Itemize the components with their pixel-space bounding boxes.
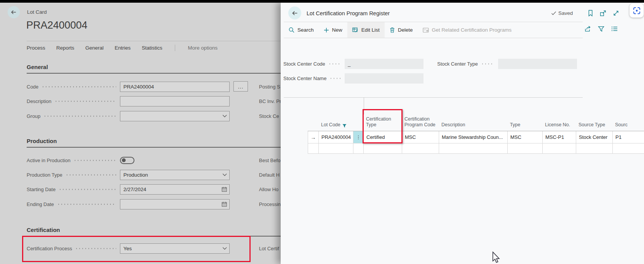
cell-source[interactable] [613,143,644,154]
stock-center-name-input[interactable] [345,73,423,84]
new-button[interactable]: New [319,22,347,38]
page-title: Lot Certification Program Register [307,10,390,16]
search-button[interactable]: Search [284,22,319,38]
tab-reports[interactable]: Reports [56,45,74,51]
cell-license-no[interactable] [543,143,576,154]
description-input[interactable] [120,96,230,106]
arrow-left-icon [10,9,17,16]
screen: Lot Card PRA2400004 Process Reports Gene… [0,0,644,264]
field-row-code: Code PRA2400004 ... [27,81,230,92]
row-marker-cell [308,143,319,154]
delete-button[interactable]: Delete [385,22,418,38]
field-row-production-type: Production Type Production [27,169,230,180]
stock-center-code-input[interactable] [345,59,423,69]
ending-date-input[interactable] [120,199,230,209]
filter-icon[interactable] [598,26,604,32]
trash-icon [390,27,395,33]
posting-status-label: Posting S [259,81,280,92]
cell-certification-program-code[interactable]: MSC [402,131,439,143]
col-header-certification-program-code[interactable]: Certification Program Code [402,114,439,131]
active-in-production-toggle[interactable] [120,157,134,164]
bc-inv-label: BC Inv. Pr [259,96,281,106]
chevron-down-icon [222,114,227,118]
cell-lot-code[interactable]: PRA2400004 [319,131,353,143]
get-related-certification-programs-button[interactable]: Get Related Certification Programs [418,22,516,38]
highlight-box-certification-process [22,236,251,262]
checkmark-icon [551,11,556,16]
cell-certification-program-code[interactable] [402,143,439,154]
col-header-source[interactable]: Sourc [613,114,644,131]
list-icon[interactable] [611,26,618,32]
screen-capture-button[interactable] [630,3,644,18]
toolbar-divider-bottom [284,38,583,38]
production-type-dropdown[interactable]: Production [120,170,230,180]
tab-entries[interactable]: Entries [115,45,131,51]
dotted-leader [66,174,116,175]
expand-icon[interactable] [613,10,619,16]
stock-center-type-row: Stock Center Type [437,59,577,69]
starting-date-input[interactable]: 2/27/2024 [120,184,230,195]
share-icon[interactable] [584,26,591,32]
dotted-leader [59,189,116,190]
default-h-label: Default H [259,169,280,180]
cell-type[interactable] [508,143,543,154]
calendar-icon[interactable] [222,201,227,207]
edit-list-button[interactable]: Edit List [347,22,385,38]
best-before-label: Best Befo [259,155,280,166]
cell-description[interactable] [439,143,508,154]
bookmark-icon[interactable] [588,10,593,16]
calendar-icon[interactable] [222,187,227,192]
tab-process[interactable]: Process [27,45,45,51]
lot-cert-register-panel: Lot Certification Program Register Saved [281,3,644,264]
stock-center-code-row: Stock Center Code [283,59,423,69]
open-in-window-icon[interactable] [600,10,606,16]
cell-menu[interactable] [353,143,364,154]
record-title: PRA2400004 [26,19,88,31]
stock-center-name-label: Stock Center Name [283,76,326,81]
cell-source[interactable]: P1 [613,131,644,143]
viewfinder-icon [633,6,641,15]
cell-source-type[interactable]: Stock Center [576,131,613,143]
cell-description[interactable]: Marine Stewardship Coun... [439,131,508,143]
certification-programs-table: Lot Code Certification Type Certificatio… [308,114,644,154]
arrow-left-icon [291,10,299,17]
field-row-active-in-production: Active in Production [27,155,230,166]
cell-certification-type[interactable] [364,143,402,154]
section-general-title: General [27,64,48,70]
cell-source-type[interactable] [576,143,613,154]
action-toolbar: Search New Edit List Delete [284,22,583,38]
save-status: Saved [551,10,573,16]
stock-center-name-row: Stock Center Name [283,73,423,84]
stock-center-code-label: Stock Center Code [283,61,325,67]
tab-general[interactable]: General [85,45,104,51]
code-label: Code [27,84,38,90]
col-header-description[interactable]: Description [439,114,508,131]
toolbar-right-actions [584,26,618,32]
cell-lot-code[interactable] [319,143,353,154]
tab-statistics[interactable]: Statistics [142,45,162,51]
stock-center-type-label: Stock Center Type [437,61,478,67]
assist-edit-button[interactable]: ... [233,81,248,92]
col-header-source-type[interactable]: Source Type [576,114,613,131]
back-button[interactable] [288,6,301,19]
highlight-box-certification-type [363,109,403,143]
stock-center-label: Stock Ce [259,111,279,121]
stock-center-type-input[interactable] [498,59,577,69]
section-certification-title: Certification [27,227,60,233]
back-button[interactable] [8,6,20,18]
code-input[interactable]: PRA2400004 [120,82,230,92]
row-marker-cell: → [308,131,319,143]
cell-type[interactable]: MSC [508,131,543,143]
page-caption: Lot Card [27,9,47,15]
dotted-leader [43,116,116,117]
col-header-type[interactable]: Type [508,114,543,131]
tab-more-options[interactable]: More options [188,45,217,51]
section-production-rule [27,147,281,148]
group-dropdown[interactable] [120,111,230,121]
cell-license-no[interactable]: MSC-P1 [543,131,576,143]
cell-menu-button[interactable]: ⋮ [353,131,364,143]
col-header-lot-code[interactable]: Lot Code [319,114,353,131]
col-header-license-no[interactable]: License No. [543,114,576,131]
mouse-pointer-icon [492,251,500,264]
field-row-group: Group [27,111,230,121]
